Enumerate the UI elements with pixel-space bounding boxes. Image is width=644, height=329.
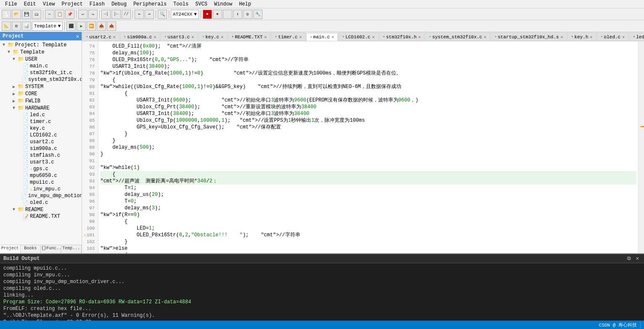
tab-key_c[interactable]: ▪key.c✕: [198, 32, 227, 41]
tb2-btn2[interactable]: ⊞: [12, 21, 21, 31]
indent-btn[interactable]: →|: [101, 10, 111, 19]
menu-help[interactable]: Help: [236, 0, 254, 8]
menu-edit[interactable]: Edit: [21, 0, 40, 8]
build-output-close-btn[interactable]: ✕: [634, 255, 641, 262]
undo-btn[interactable]: ↩: [78, 10, 87, 19]
menu-debug[interactable]: Debug: [108, 0, 130, 8]
tree-item-fwlib[interactable]: ▶📁FWLIB: [1, 97, 81, 104]
debug-settings-btn[interactable]: 🔧: [253, 10, 262, 19]
menu-view[interactable]: View: [40, 0, 58, 8]
expand-icon[interactable]: ▼: [13, 106, 17, 110]
template-dropdown[interactable]: Template ▼: [32, 21, 63, 31]
copy-btn[interactable]: 📋: [55, 10, 64, 19]
tab-usart2_c[interactable]: ▪usart2.c✕: [82, 32, 119, 41]
tree-item-readme[interactable]: ▼📁README: [1, 206, 81, 213]
redo-btn[interactable]: ↪: [88, 10, 98, 19]
save-all-btn[interactable]: 🗂: [32, 10, 41, 19]
build-output-float-btn[interactable]: ⧉: [625, 256, 633, 262]
tab-led_h[interactable]: ▪led.h✕: [629, 32, 644, 41]
tab-close-btn[interactable]: ✕: [590, 35, 593, 40]
tab-usart3_c[interactable]: ▪usart3.c✕: [160, 32, 198, 41]
tree-item-lcd1602_c[interactable]: ▶📄LCD1602.c: [1, 132, 81, 139]
menu-project[interactable]: Project: [58, 0, 86, 8]
panel-tab-2[interactable]: {}Func...: [41, 245, 61, 253]
tab-close-btn[interactable]: ✕: [299, 35, 302, 40]
tree-item-oled_c[interactable]: ▶📄oled.c: [1, 199, 81, 206]
tree-item-main_c[interactable]: ▶📄main.c: [1, 63, 81, 70]
tb2-btn4[interactable]: ⬛: [66, 21, 76, 31]
comment-btn[interactable]: //: [122, 10, 131, 19]
tree-item-mpu6050_c[interactable]: ▶📄mpu6050.c: [1, 172, 81, 179]
expand-icon[interactable]: ▼: [8, 50, 12, 54]
tree-item-key_c[interactable]: ▶📄key.c: [1, 125, 81, 132]
tree-item-usart3_c[interactable]: ▶📄usart3.c: [1, 159, 81, 166]
back-btn[interactable]: ⬅: [135, 10, 144, 19]
target-dropdown[interactable]: AT24CXX ▼: [171, 10, 199, 19]
tab-close-btn[interactable]: ✕: [372, 35, 375, 40]
tab-close-btn[interactable]: ✕: [331, 35, 334, 40]
menu-flash[interactable]: Flash: [86, 0, 108, 8]
tree-item-system[interactable]: ▶📁SYSTEM: [1, 83, 81, 90]
tab-close-btn[interactable]: ✕: [484, 35, 486, 40]
search-btn[interactable]: 🔍: [158, 10, 167, 19]
tree-item-user[interactable]: ▼📁USER: [1, 56, 81, 63]
menu-file[interactable]: File: [2, 0, 21, 8]
tree-item-led_c[interactable]: ▶📄led.c: [1, 112, 81, 118]
tab-sim900a_c[interactable]: ▪sim900a.c✕: [120, 32, 160, 41]
tab-close-btn[interactable]: ✕: [418, 35, 421, 40]
expand-icon[interactable]: ▶: [13, 99, 17, 104]
panel-tab-3[interactable]: Temp...: [61, 245, 82, 253]
tree-item-project[interactable]: ▼📁Project: Template: [1, 41, 81, 48]
tab-close-btn[interactable]: ✕: [221, 35, 223, 40]
tab-main_c[interactable]: ▪main.c✕: [306, 33, 338, 41]
tab-close-btn[interactable]: ✕: [622, 35, 625, 40]
code-content[interactable]: OLED_Fill(0x00); "cmt">//清屏 delay_ms(100…: [98, 41, 638, 253]
panel-tab-1[interactable]: Books: [21, 245, 41, 253]
tree-item-usart2_c[interactable]: ▶📄usart2.c: [1, 139, 81, 145]
tab-oled_c[interactable]: ▪oled.c✕: [597, 32, 629, 41]
tab-close-btn[interactable]: ✕: [113, 35, 116, 40]
tb2-btn7[interactable]: 📥: [97, 21, 106, 31]
tree-item-inv_mpu_dmp[interactable]: ▶📄inv_mpu_dmp_motion_d: [1, 193, 81, 199]
tree-item-timer_c[interactable]: ▶📄timer.c: [1, 118, 81, 125]
run-btn[interactable]: ●: [213, 10, 222, 19]
menu-peripherals[interactable]: Peripherals: [130, 0, 170, 8]
menu-svcs[interactable]: SVCS: [192, 0, 211, 8]
menu-window[interactable]: Window: [211, 0, 236, 8]
expand-icon[interactable]: ▼: [13, 207, 17, 212]
tree-item-readme_txt[interactable]: ▶📝README.TXT: [1, 213, 81, 220]
tab-LCD1602_c[interactable]: ▪LCD1602.c✕: [338, 32, 378, 41]
code-editor[interactable]: 7475767778798081828384858687888990919293…: [82, 41, 644, 253]
stop-btn[interactable]: [223, 10, 232, 19]
tb2-btn3[interactable]: 📊: [22, 21, 31, 31]
outdent-btn[interactable]: |←: [111, 10, 121, 19]
tree-item-hardware[interactable]: ▼📁HARDWARE: [1, 104, 81, 112]
build-btn[interactable]: ●: [203, 10, 212, 19]
paste-btn[interactable]: 📌: [65, 10, 74, 19]
tree-item-stm32f10x_it[interactable]: ▶📄stm32f10x_it.c: [1, 70, 81, 76]
panel-tab-0[interactable]: Project: [0, 245, 21, 253]
expand-icon[interactable]: ▼: [13, 57, 17, 62]
tree-item-mpuiic_c[interactable]: ▶📄mpuiic.c: [1, 179, 81, 186]
expand-icon[interactable]: ▶: [13, 91, 17, 96]
tab-close-btn[interactable]: ✕: [561, 35, 563, 40]
tree-item-system_stm32f10x[interactable]: ▶📄system_stm32f10x.c: [1, 76, 81, 83]
panel-close-btn[interactable]: ✕: [76, 33, 79, 40]
tb2-btn8[interactable]: 📤: [107, 21, 116, 31]
tree-item-core[interactable]: ▶📁CORE: [1, 90, 81, 97]
tab-stm32f10x_h[interactable]: ▪stm32f10x.h✕: [379, 32, 425, 41]
open-btn[interactable]: 📂: [12, 10, 21, 19]
tab-startup_stm32f10x_hd_s[interactable]: ▪startup_stm32f10x_hd.s✕: [490, 32, 567, 41]
cut-btn[interactable]: ✂: [45, 10, 54, 19]
fwd-btn[interactable]: ➡: [145, 10, 154, 19]
expand-icon[interactable]: ▶: [13, 84, 17, 89]
tab-key_h[interactable]: ▪key.h✕: [567, 32, 596, 41]
tab-close-btn[interactable]: ✕: [264, 35, 267, 40]
tab-README_TXT[interactable]: ▪README.TXT✕: [228, 32, 270, 41]
tb2-btn5[interactable]: ▶: [77, 21, 86, 31]
tab-close-btn[interactable]: ✕: [154, 35, 156, 40]
expand-icon[interactable]: ▼: [3, 43, 7, 47]
tree-item-gps_c[interactable]: ▶📄⚠gps.c: [1, 166, 81, 172]
tab-system_stm32f10x_c[interactable]: ▪system_stm32f10x.c✕: [425, 32, 490, 41]
tree-item-stmflash_c[interactable]: ▶📄stmflash.c: [1, 152, 81, 159]
